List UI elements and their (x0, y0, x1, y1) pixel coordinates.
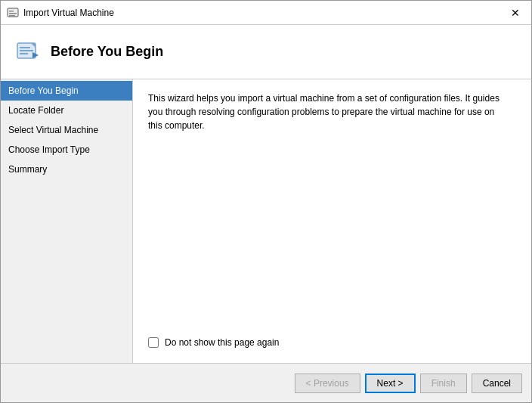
do-not-show-checkbox[interactable] (148, 337, 159, 348)
wizard-footer: < Previous Next > Finish Cancel (1, 363, 531, 402)
sidebar-item-summary[interactable]: Summary (1, 160, 132, 179)
svg-rect-6 (20, 47, 30, 48)
svg-rect-3 (9, 15, 15, 17)
svg-rect-7 (20, 50, 33, 51)
do-not-show-label[interactable]: Do not show this page again (165, 337, 279, 348)
wizard-header-title: Before You Begin (51, 44, 163, 60)
sidebar-item-before-you-begin[interactable]: Before You Begin (1, 81, 132, 101)
cancel-button[interactable]: Cancel (472, 374, 522, 393)
main-description-text: This wizard helps you import a virtual m… (148, 91, 511, 132)
finish-button[interactable]: Finish (420, 374, 467, 393)
close-button[interactable]: ✕ (506, 5, 525, 20)
import-virtual-machine-dialog: Import Virtual Machine ✕ Before You Begi… (0, 0, 532, 403)
previous-button[interactable]: < Previous (295, 374, 360, 393)
next-button[interactable]: Next > (365, 374, 416, 393)
svg-rect-8 (20, 53, 28, 54)
do-not-show-row: Do not show this page again (148, 337, 516, 348)
window-title: Import Virtual Machine (23, 8, 506, 18)
sidebar-item-select-virtual-machine[interactable]: Select Virtual Machine (1, 120, 132, 140)
title-bar: Import Virtual Machine ✕ (1, 1, 531, 25)
sidebar-item-choose-import-type[interactable]: Choose Import Type (1, 140, 132, 160)
main-spacer (148, 132, 516, 337)
wizard-sidebar: Before You Begin Locate Folder Select Vi… (1, 79, 133, 363)
wizard-content: Before You Begin Locate Folder Select Vi… (1, 79, 531, 363)
sidebar-item-locate-folder[interactable]: Locate Folder (1, 101, 132, 120)
svg-rect-2 (9, 13, 17, 14)
svg-rect-1 (9, 11, 14, 12)
wizard-header: Before You Begin (1, 25, 531, 79)
wizard-main-panel: This wizard helps you import a virtual m… (133, 79, 531, 363)
wizard-header-icon (16, 40, 40, 64)
window-icon (7, 7, 19, 19)
